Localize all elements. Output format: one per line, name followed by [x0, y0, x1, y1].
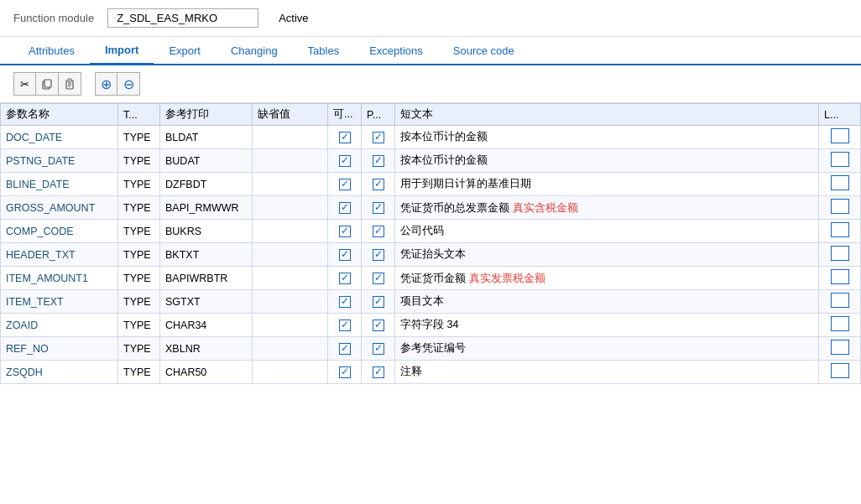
annotation-text: 真实发票税金额: [466, 272, 545, 284]
ko-cell: [328, 173, 362, 196]
p-cell: [362, 220, 395, 243]
copy-icon: [41, 78, 53, 90]
p-checkbox[interactable]: [373, 179, 384, 190]
ref-cell: CHAR34: [160, 314, 253, 337]
ref-cell: BUDAT: [160, 149, 253, 173]
p-checkbox[interactable]: [373, 343, 384, 355]
l-cell: [819, 267, 861, 290]
ko-cell: [328, 243, 362, 267]
l-input-box[interactable]: [831, 128, 849, 143]
ko-checkbox[interactable]: [339, 296, 351, 308]
copy-button[interactable]: [36, 73, 59, 95]
ko-checkbox[interactable]: [339, 155, 351, 167]
ko-checkbox[interactable]: [339, 202, 351, 214]
p-cell: [362, 149, 395, 173]
l-input-box[interactable]: [831, 199, 849, 214]
tab-exceptions[interactable]: Exceptions: [354, 38, 438, 64]
ko-checkbox[interactable]: [339, 179, 351, 190]
col-p: P...: [362, 104, 395, 126]
ko-checkbox[interactable]: [339, 320, 351, 331]
default-cell: [253, 337, 328, 361]
ko-cell: [328, 361, 362, 384]
status-text: Active: [279, 12, 308, 24]
short-text-cell: 项目文本: [395, 290, 819, 314]
l-input-box[interactable]: [831, 175, 849, 190]
type-cell: TYPE: [118, 337, 160, 361]
p-checkbox[interactable]: [373, 226, 384, 237]
table-row: GROSS_AMOUNTTYPEBAPI_RMWWR凭证货币的总发票金额 真实含…: [1, 196, 861, 220]
param-name-cell: BLINE_DATE: [1, 173, 118, 196]
short-text-cell: 公司代码: [395, 220, 819, 243]
p-checkbox[interactable]: [373, 249, 384, 261]
p-checkbox[interactable]: [373, 320, 384, 331]
parameters-table-container: 参数名称 T... 参考打印 缺省值 可... P... 短文本 L... DO…: [0, 103, 861, 384]
param-name-cell: HEADER_TXT: [1, 243, 118, 267]
tab-import[interactable]: Import: [90, 37, 154, 65]
param-name-cell: PSTNG_DATE: [1, 149, 118, 173]
svg-rect-1: [44, 80, 51, 87]
add-remove-group: ⊕ ⊖: [95, 72, 140, 96]
default-cell: [253, 196, 328, 220]
type-cell: TYPE: [118, 173, 160, 196]
param-name-cell: DOC_DATE: [1, 126, 118, 149]
default-cell: [253, 314, 328, 337]
tab-attributes[interactable]: Attributes: [13, 38, 90, 64]
add-button[interactable]: ⊕: [96, 73, 117, 95]
l-input-box[interactable]: [831, 269, 849, 284]
p-checkbox[interactable]: [373, 155, 384, 167]
l-input-box[interactable]: [831, 363, 849, 378]
tab-tables[interactable]: Tables: [293, 38, 355, 64]
ref-cell: BAPI_RMWWR: [160, 196, 253, 220]
ref-cell: BUKRS: [160, 220, 253, 243]
ref-cell: BLDAT: [160, 126, 253, 149]
type-cell: TYPE: [118, 290, 160, 314]
p-checkbox[interactable]: [373, 366, 384, 378]
ko-cell: [328, 220, 362, 243]
table-row: COMP_CODETYPEBUKRS公司代码: [1, 220, 861, 243]
paste-button[interactable]: [59, 73, 81, 95]
tab-export[interactable]: Export: [154, 38, 216, 64]
l-input-box[interactable]: [831, 246, 849, 261]
col-default-val: 缺省值: [253, 104, 328, 126]
col-param-name: 参数名称: [1, 104, 118, 126]
param-name-cell: ZSQDH: [1, 361, 118, 384]
l-input-box[interactable]: [831, 222, 849, 237]
l-input-box[interactable]: [831, 340, 849, 355]
l-input-box[interactable]: [831, 152, 849, 167]
p-cell: [362, 267, 395, 290]
ko-checkbox[interactable]: [339, 366, 351, 378]
cut-button[interactable]: ✂: [14, 73, 36, 95]
svg-rect-3: [68, 79, 71, 81]
param-name-cell: ITEM_AMOUNT1: [1, 267, 118, 290]
short-text-cell: 按本位币计的金额: [395, 126, 819, 149]
table-row: DOC_DATETYPEBLDAT按本位币计的金额: [1, 126, 861, 149]
short-text-cell: 按本位币计的金额: [395, 149, 819, 173]
ko-checkbox[interactable]: [339, 226, 351, 237]
l-cell: [819, 337, 861, 361]
table-row: BLINE_DATETYPEDZFBDT用于到期日计算的基准日期: [1, 173, 861, 196]
tab-source-code[interactable]: Source code: [438, 38, 530, 64]
l-input-box[interactable]: [831, 293, 849, 308]
p-cell: [362, 290, 395, 314]
ko-cell: [328, 314, 362, 337]
col-short-text: 短文本: [395, 104, 819, 126]
l-cell: [819, 290, 861, 314]
ko-cell: [328, 149, 362, 173]
ko-checkbox[interactable]: [339, 273, 351, 284]
default-cell: [253, 173, 328, 196]
ko-cell: [328, 196, 362, 220]
tab-changing[interactable]: Changing: [216, 38, 293, 64]
ko-checkbox[interactable]: [339, 343, 351, 355]
p-checkbox[interactable]: [373, 273, 384, 284]
tab-bar: Attributes Import Export Changing Tables…: [0, 37, 861, 65]
p-checkbox[interactable]: [373, 296, 384, 308]
p-cell: [362, 361, 395, 384]
ko-checkbox[interactable]: [339, 249, 351, 261]
p-checkbox[interactable]: [373, 202, 384, 214]
remove-button[interactable]: ⊖: [117, 73, 139, 95]
toolbar: ✂ ⊕ ⊖: [0, 65, 861, 103]
l-input-box[interactable]: [831, 316, 849, 331]
p-checkbox[interactable]: [373, 132, 384, 143]
module-name-value: Z_SDL_EAS_MRKO: [107, 8, 258, 28]
ko-checkbox[interactable]: [339, 132, 351, 143]
